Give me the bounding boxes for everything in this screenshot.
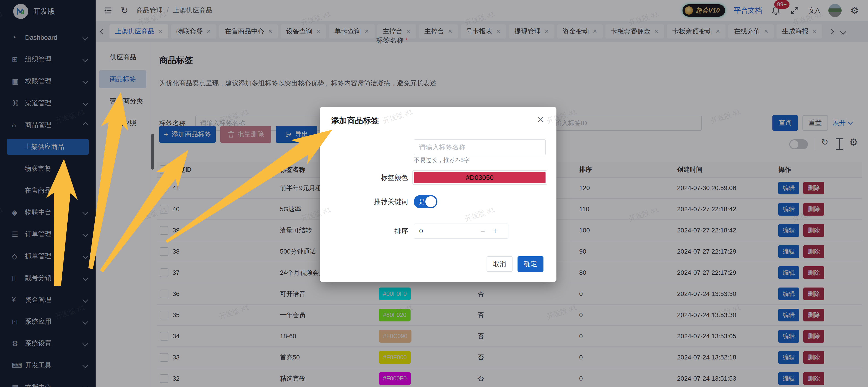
stepper-plus-button[interactable]: + <box>493 226 497 236</box>
modal-title: 添加商品标签 <box>331 115 379 126</box>
modal-keyword-label: 推荐关键词 <box>320 195 408 208</box>
sort-stepper: − + <box>480 224 497 239</box>
modal-name-placeholder: 请输入标签名称 <box>419 143 465 152</box>
modal-name-label: 标签名称* <box>320 32 408 48</box>
app-window: 开发版 ◔ Dashboard ⊞ 组织管理 ▣ 权限管理 ⌘ 渠道管理 ⌂ 商… <box>0 0 868 387</box>
modal-color-label: 标签颜色 <box>320 170 408 185</box>
color-swatch: #D03050 <box>414 172 546 183</box>
confirm-button[interactable]: 确定 <box>518 256 544 272</box>
modal-name-help: 不易过长，推荐2-5字 <box>414 156 470 164</box>
close-icon[interactable]: ✕ <box>537 115 544 125</box>
toggle-knob <box>425 196 436 207</box>
cancel-button[interactable]: 取消 <box>487 256 513 272</box>
required-mark: * <box>405 36 408 44</box>
modal-name-input[interactable]: 请输入标签名称 <box>414 139 546 155</box>
toggle-on-label: 是 <box>419 195 425 208</box>
recommend-toggle[interactable]: 是 <box>414 195 437 208</box>
stepper-minus-button[interactable]: − <box>480 226 485 236</box>
sort-value: 0 <box>419 228 423 235</box>
modal-color-picker[interactable]: #D03050 <box>412 170 547 185</box>
modal-sort-label: 排序 <box>320 224 408 239</box>
add-tag-modal: 添加商品标签 ✕ 标签名称* 请输入标签名称 不易过长，推荐2-5字 标签颜色 … <box>320 107 556 282</box>
